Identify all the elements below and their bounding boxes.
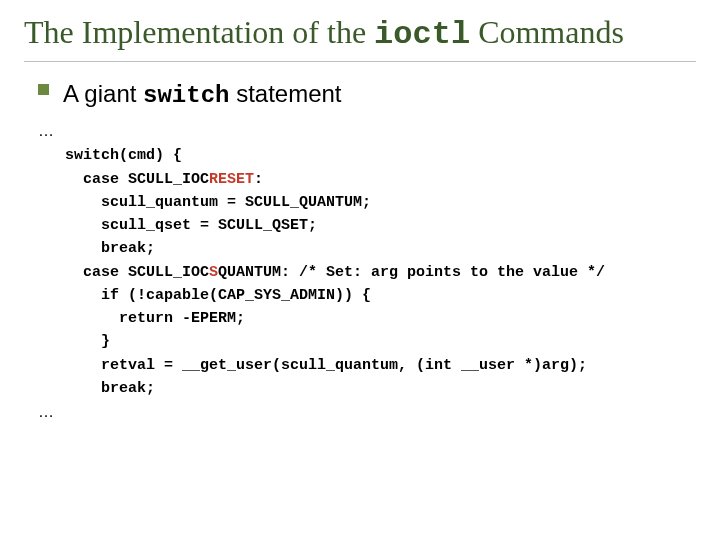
slide-title: The Implementation of the ioctl Commands xyxy=(24,12,696,55)
code-line: scull_qset = SCULL_QSET; xyxy=(38,217,317,234)
title-code: ioctl xyxy=(374,16,470,53)
title-pre: The Implementation of the xyxy=(24,14,374,50)
bullet-post: statement xyxy=(229,80,341,107)
code-highlight-reset: RESET xyxy=(209,171,254,188)
code-line: case SCULL_IOC xyxy=(38,171,209,188)
code-line: break; xyxy=(38,380,155,397)
code-highlight-s: S xyxy=(209,264,218,281)
title-post: Commands xyxy=(470,14,624,50)
title-divider xyxy=(24,61,696,62)
bullet-text: A giant switch statement xyxy=(63,80,342,109)
code-line: scull_quantum = SCULL_QUANTUM; xyxy=(38,194,371,211)
code-line: QUANTUM: /* Set: arg points to the value… xyxy=(218,264,605,281)
code-line: if (!capable(CAP_SYS_ADMIN)) { xyxy=(38,287,371,304)
code-line: } xyxy=(38,333,110,350)
code-line: case SCULL_IOC xyxy=(38,264,209,281)
code-listing: … switch(cmd) { case SCULL_IOCRESET: scu… xyxy=(38,119,696,425)
ellipsis-bottom: … xyxy=(38,403,54,420)
bullet-pre: A giant xyxy=(63,80,143,107)
code-line: return -EPERM; xyxy=(38,310,245,327)
square-bullet-icon xyxy=(38,84,49,95)
bullet-code: switch xyxy=(143,82,229,109)
bullet-item: A giant switch statement xyxy=(38,80,696,109)
code-line: break; xyxy=(38,240,155,257)
code-line: : xyxy=(254,171,263,188)
slide: The Implementation of the ioctl Commands… xyxy=(0,0,720,540)
code-line: switch(cmd) { xyxy=(38,147,182,164)
ellipsis-top: … xyxy=(38,122,54,139)
code-line: retval = __get_user(scull_quantum, (int … xyxy=(38,357,587,374)
